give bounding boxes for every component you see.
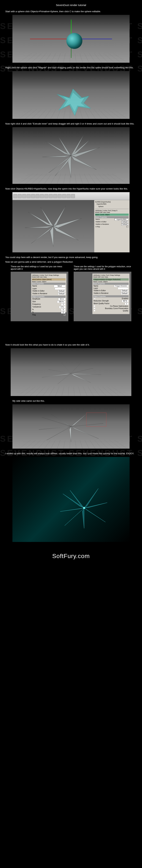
attr-tabs[interactable]: Attributes | Active Tool | Snap S [95, 209, 129, 212]
svg-marker-43 [60, 508, 84, 512]
size-label: Size [32, 301, 36, 303]
flat-shape-icon [20, 360, 122, 386]
enabled-checkbox[interactable]: ✓ [94, 298, 95, 299]
svg-marker-37 [70, 490, 84, 508]
name-input[interactable]: Polygon Reduction [114, 285, 128, 287]
wind-settings-text: These are the wind settings a I used but… [11, 265, 68, 270]
vis2-select[interactable]: Default [121, 292, 128, 294]
poly-settings-text: These are the settings I used for the po… [74, 265, 131, 270]
mesh-label: Mesh Quality Factor [94, 303, 109, 305]
name-input[interactable]: HyperNURBS [115, 218, 128, 220]
poly-panel: Attributes | Active Tool | Snap Settings… [74, 272, 131, 321]
svg-marker-29 [71, 413, 88, 427]
vis-editor-select[interactable]: Default [121, 221, 128, 223]
basic-heading: Basic Properties [32, 283, 66, 285]
enabled-label: Enabled [122, 298, 128, 300]
svg-marker-18 [25, 226, 53, 228]
attr-mode[interactable]: Mode Edit User Data [95, 212, 129, 213]
svg-marker-30 [71, 424, 103, 427]
figure-rotate [11, 348, 131, 396]
name-label: Name [32, 285, 37, 287]
hierarchy-item[interactable]: Sphere [95, 205, 129, 209]
freq-label: Frequency [32, 303, 41, 306]
c4d-viewport[interactable] [13, 200, 94, 252]
vis1-select[interactable]: Default [121, 289, 128, 292]
layer-input[interactable] [55, 288, 65, 289]
xray-checkbox[interactable] [126, 226, 128, 227]
toolbar-icon[interactable] [22, 194, 26, 198]
toolbar-icon[interactable] [49, 194, 53, 198]
step-6-text: Now we are gonna add a wind deformer, an… [5, 260, 137, 264]
panel-mode[interactable]: Mode Edit User Data [32, 276, 66, 278]
toolbar-icon[interactable] [36, 194, 40, 198]
size-input[interactable]: 100 % [57, 301, 65, 303]
red-input[interactable]: 90 % [122, 300, 128, 302]
step-2-text: Right click the sphere and click "Magnet… [5, 66, 137, 69]
svg-marker-9 [46, 141, 71, 155]
attr-tabs2[interactable]: Basic Coord. Object [95, 214, 129, 216]
fx-input[interactable]: 0 [61, 309, 65, 311]
toolbar-icon[interactable] [44, 194, 48, 198]
mesh-input[interactable]: 1 [125, 303, 128, 305]
svg-marker-28 [51, 414, 71, 427]
fx-label: fx [32, 309, 34, 311]
extrude-shape-icon [26, 132, 116, 179]
cp2-checkbox[interactable] [94, 307, 95, 309]
panel-tabs[interactable]: Attributes | Active Tool | Snap Settings [32, 274, 66, 276]
vis-render-label: Visible in Renderer [95, 223, 109, 225]
toolbar-icon[interactable] [62, 194, 66, 198]
amp-input[interactable]: 15 m [58, 298, 65, 300]
toolbar-icon[interactable] [53, 194, 57, 198]
toolbar-icon[interactable] [13, 194, 17, 198]
footer-brand: SoftFury.com [5, 546, 137, 570]
toolbar-icon[interactable] [58, 194, 62, 198]
hierarchy-item[interactable]: HyperNURBS [95, 203, 129, 205]
panel-tabs[interactable]: Attributes | Active Tool | Snap Settings [93, 274, 129, 276]
step-5-text: You could stop here with a decent render… [5, 256, 137, 259]
cp1-checkbox[interactable] [94, 305, 95, 307]
panel-tab2[interactable]: Basic Coord. Object [93, 281, 129, 283]
panel-obj-title: Wind Deform Object [Wind] [32, 278, 66, 281]
flag-checkbox[interactable] [64, 314, 65, 316]
panel-tab2[interactable]: Basic Coord. Object [32, 281, 66, 283]
toolbar-icon[interactable] [18, 194, 22, 198]
layer-label: Layer [94, 287, 98, 289]
toolbar-icon[interactable] [71, 194, 75, 198]
tutorial-content: SevenDust render tutorial Start with a s… [0, 0, 142, 574]
fy-input[interactable]: 0 [61, 311, 65, 313]
panel-mode[interactable]: Mode Edit User Data [93, 276, 129, 278]
vis2-label: Visible in Renderer [94, 292, 109, 294]
step-7-text: Now it should look like this what you ha… [5, 343, 137, 346]
name-input[interactable]: Wind [54, 285, 65, 287]
svg-marker-21 [71, 368, 93, 373]
vis2-select[interactable]: Default [58, 292, 65, 295]
svg-marker-44 [63, 494, 84, 508]
svg-marker-19 [28, 212, 53, 226]
vis-render-select[interactable]: Default [121, 223, 128, 225]
red-label: Reduction Strength [94, 300, 109, 302]
side-shape-icon [22, 410, 120, 443]
vis1-select[interactable]: Default [58, 290, 65, 292]
toolbar-icon[interactable] [67, 194, 70, 198]
vis1-label: Visible in Editor [94, 289, 106, 292]
figure-magnet [13, 71, 129, 119]
basic-heading: Basic Properties [95, 216, 129, 218]
svg-marker-20 [49, 369, 71, 373]
svg-marker-22 [71, 373, 101, 375]
toolbar-icon[interactable] [27, 194, 30, 198]
wind-panel: Attributes | Active Tool | Snap Settings… [11, 272, 68, 321]
layer-input[interactable] [118, 287, 128, 289]
vis-editor-label: Visible in Editor [95, 221, 106, 223]
cp1-label: Co-Planar Optimization [110, 305, 128, 307]
toolbar-icon[interactable] [40, 194, 44, 198]
turb-input[interactable]: 0 % [59, 306, 65, 308]
freq-input[interactable]: 1 [61, 303, 65, 306]
c4d-side-panel: NURBS [HyperNurbs] HyperNURBS Sphere Att… [94, 200, 129, 252]
figure-sideview [13, 404, 129, 448]
amp-label: Amplitude [32, 298, 40, 300]
layer-label: Layer [32, 288, 37, 289]
cp3-checkbox[interactable] [94, 310, 95, 311]
obj-heading: Object Properties [32, 296, 66, 298]
toolbar-icon[interactable] [31, 194, 35, 198]
svg-marker-16 [50, 226, 53, 247]
